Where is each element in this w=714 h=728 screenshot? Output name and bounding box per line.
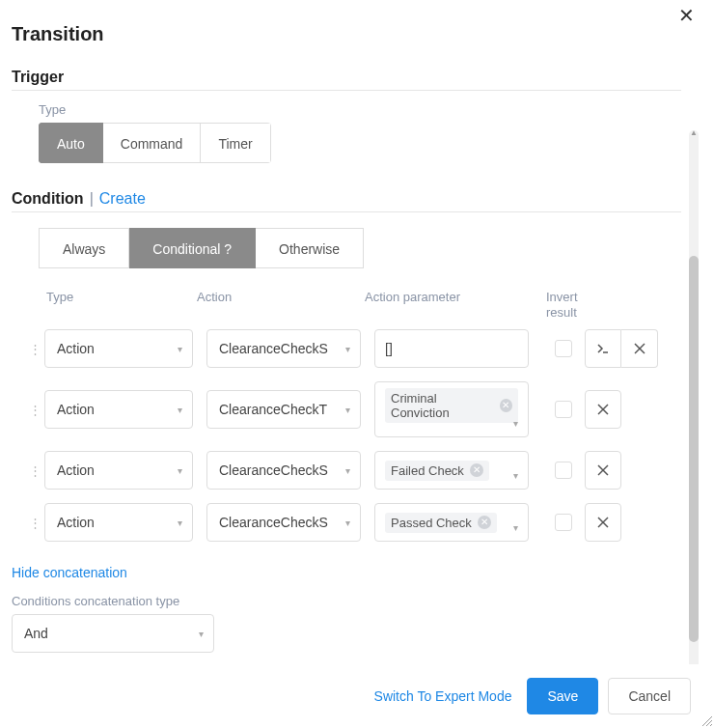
drag-handle-icon[interactable]: ⋮⋮ xyxy=(29,403,44,417)
cancel-button[interactable]: Cancel xyxy=(608,678,691,714)
delete-row-button[interactable] xyxy=(585,503,621,542)
switch-to-expert-link[interactable]: Switch To Expert Mode xyxy=(374,688,512,704)
chevron-down-icon: ▾ xyxy=(345,405,350,415)
type-select[interactable]: Action ▾ xyxy=(44,451,193,490)
invert-checkbox[interactable] xyxy=(555,462,572,479)
tab-otherwise[interactable]: Otherwise xyxy=(256,228,364,268)
concatenation-type-value: And xyxy=(24,626,48,641)
modal-footer: Switch To Expert Mode Save Cancel xyxy=(12,664,702,728)
action-select-value: ClearanceCheckS xyxy=(219,515,328,530)
delete-row-button[interactable] xyxy=(585,451,621,490)
action-select-value: ClearanceCheckS xyxy=(219,341,328,356)
param-tag: Criminal Conviction ✕ xyxy=(385,388,518,423)
param-tag-label: Passed Check xyxy=(391,516,472,530)
invert-checkbox[interactable] xyxy=(555,514,572,531)
hide-concatenation-link[interactable]: Hide concatenation xyxy=(12,565,127,580)
chevron-down-icon: ▾ xyxy=(345,518,350,528)
quick-action-button[interactable] xyxy=(585,329,621,368)
save-button[interactable]: Save xyxy=(527,678,598,714)
svg-line-11 xyxy=(710,724,712,726)
type-select[interactable]: Action ▾ xyxy=(44,503,193,542)
condition-columns: Type Action Action parameter Invert resu… xyxy=(12,290,681,320)
scroll-up-icon[interactable]: ▲ xyxy=(689,128,699,138)
remove-tag-icon[interactable]: ✕ xyxy=(500,399,512,412)
modal-title: Transition xyxy=(12,23,104,45)
concatenation-type-label: Conditions concatenation type xyxy=(12,594,681,608)
chevron-down-icon: ▾ xyxy=(513,470,518,481)
col-action: Action xyxy=(197,290,365,320)
param-tag-label: Criminal Conviction xyxy=(391,391,494,420)
condition-section-label: Condition xyxy=(12,190,84,208)
type-select-value: Action xyxy=(57,515,95,530)
param-input[interactable]: [] xyxy=(374,329,529,368)
trigger-section-label: Trigger xyxy=(12,69,681,91)
param-input[interactable]: Failed Check ✕ ▾ xyxy=(374,451,529,490)
chevron-down-icon: ▾ xyxy=(513,522,518,533)
action-select[interactable]: ClearanceCheckS ▾ xyxy=(206,329,361,368)
drag-handle-icon[interactable]: ⋮⋮ xyxy=(29,516,44,530)
param-input[interactable]: Criminal Conviction ✕ ▾ xyxy=(374,381,529,437)
chevron-down-icon: ▾ xyxy=(178,344,182,354)
trigger-type-label: Type xyxy=(39,102,681,117)
type-select[interactable]: Action ▾ xyxy=(44,390,193,429)
remove-tag-icon[interactable]: ✕ xyxy=(478,516,491,529)
resize-grip-icon[interactable] xyxy=(699,713,712,726)
type-select[interactable]: Action ▾ xyxy=(44,329,193,368)
chevron-down-icon: ▾ xyxy=(178,405,182,415)
tab-conditional[interactable]: Conditional ? xyxy=(129,228,256,268)
condition-create-link[interactable]: Create xyxy=(99,190,146,208)
chevron-down-icon: ▾ xyxy=(178,465,182,476)
type-select-value: Action xyxy=(57,402,95,417)
action-select-value: ClearanceCheckS xyxy=(219,462,328,478)
param-tag: Passed Check ✕ xyxy=(385,513,497,533)
action-select-value: ClearanceCheckT xyxy=(219,402,327,417)
action-select[interactable]: ClearanceCheckT ▾ xyxy=(206,390,361,429)
type-select-value: Action xyxy=(57,341,95,356)
pipe-separator: | xyxy=(90,190,94,208)
col-param: Action parameter xyxy=(365,290,533,320)
condition-row: ⋮⋮ Action ▾ ClearanceCheckS ▾ [] xyxy=(12,329,681,368)
col-invert: Invert result xyxy=(533,290,600,320)
condition-row: ⋮⋮ Action ▾ ClearanceCheckS ▾ Passed Che… xyxy=(12,503,681,542)
chevron-down-icon: ▾ xyxy=(345,344,350,354)
close-icon[interactable]: ✕ xyxy=(673,6,700,25)
action-select[interactable]: ClearanceCheckS ▾ xyxy=(206,503,361,542)
drag-handle-icon[interactable]: ⋮⋮ xyxy=(29,463,44,478)
trigger-option-timer[interactable]: Timer xyxy=(201,123,270,163)
drag-handle-icon[interactable]: ⋮⋮ xyxy=(29,342,44,356)
type-select-value: Action xyxy=(57,462,95,478)
trigger-type-group: Auto Command Timer xyxy=(39,123,271,163)
invert-checkbox[interactable] xyxy=(555,340,572,357)
col-type: Type xyxy=(29,290,197,320)
delete-row-button[interactable] xyxy=(585,390,621,429)
scrollbar[interactable]: ▲ ▼ xyxy=(689,130,699,664)
trigger-option-auto[interactable]: Auto xyxy=(39,123,103,163)
trigger-option-command[interactable]: Command xyxy=(103,123,202,163)
scrollbar-thumb[interactable] xyxy=(689,256,699,642)
param-input[interactable]: Passed Check ✕ ▾ xyxy=(374,503,529,542)
condition-tabs: Always Conditional ? Otherwise xyxy=(39,228,364,268)
chevron-down-icon: ▾ xyxy=(345,465,350,476)
condition-row: ⋮⋮ Action ▾ ClearanceCheckT ▾ Criminal C… xyxy=(12,381,681,437)
chevron-down-icon: ▾ xyxy=(199,629,204,639)
param-text: [] xyxy=(385,341,393,356)
param-tag: Failed Check ✕ xyxy=(385,461,489,481)
chevron-down-icon: ▾ xyxy=(178,518,182,528)
action-select[interactable]: ClearanceCheckS ▾ xyxy=(206,451,361,490)
invert-checkbox[interactable] xyxy=(555,401,572,418)
param-tag-label: Failed Check xyxy=(391,463,464,478)
condition-row: ⋮⋮ Action ▾ ClearanceCheckS ▾ Failed Che… xyxy=(12,451,681,490)
concatenation-type-select[interactable]: And ▾ xyxy=(12,614,214,653)
tab-always[interactable]: Always xyxy=(39,228,129,268)
remove-tag-icon[interactable]: ✕ xyxy=(470,463,483,477)
chevron-down-icon: ▾ xyxy=(513,418,518,429)
delete-row-button[interactable] xyxy=(621,329,658,368)
